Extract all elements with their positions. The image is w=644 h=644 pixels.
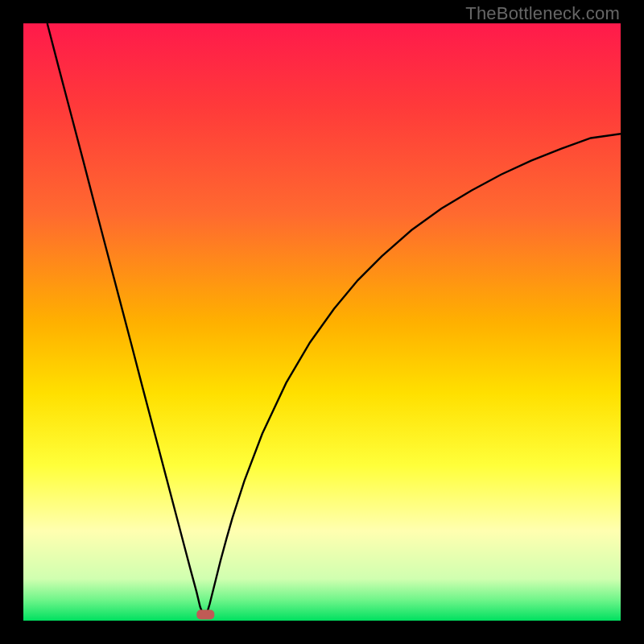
watermark-text: TheBottleneck.com	[465, 3, 620, 24]
optimum-marker	[196, 610, 214, 620]
plot-area	[23, 23, 621, 621]
gradient-background	[23, 23, 621, 621]
chart-svg	[23, 23, 621, 621]
chart-frame: TheBottleneck.com	[0, 0, 644, 644]
